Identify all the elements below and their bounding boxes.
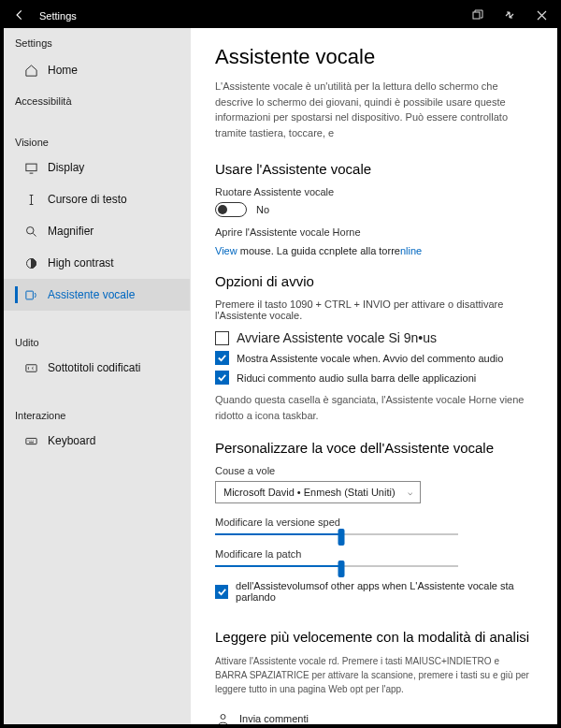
minimize-description: Quando questa casella è sganciata, l'Ass…	[215, 392, 533, 423]
checkbox-lower-volume[interactable]: dell'Assistevolumsof other apps when L'A…	[215, 580, 533, 603]
section-scan-mode: Leggere più velocemente con la modalità …	[215, 629, 533, 645]
online-link[interactable]: nline	[400, 245, 422, 256]
scan-description: Attivare l'Assistente vocale rd. Premere…	[215, 654, 533, 696]
page-title: Assistente vocale	[215, 45, 533, 69]
sidebar-group-accessibility: Accessibilità	[4, 86, 190, 110]
window-title: Settings	[36, 10, 462, 22]
toggle-label: Ruotare Assistente vocale	[215, 186, 533, 197]
chevron-down-icon: ⌵	[408, 488, 412, 497]
checkbox-show-home[interactable]: Mostra Assistente vocale when. Avvio del…	[215, 351, 533, 365]
main-content: Assistente vocale L'Assistente vocale è …	[191, 28, 557, 724]
sidebar-item-label: Display	[48, 161, 84, 174]
close-button[interactable]	[525, 10, 557, 22]
section-use-narrator: Usare l'Assistente vocale	[215, 161, 533, 177]
sidebar-item-display[interactable]: Display	[4, 152, 190, 183]
voice-select[interactable]: Microsoft David • Enmesh (Stati Uniti) ⌵	[215, 481, 421, 503]
speed-slider-label: Modificare la versione sped	[215, 517, 533, 528]
speed-slider[interactable]	[215, 533, 533, 535]
text-cursor-icon	[23, 192, 38, 207]
feedback-link[interactable]: Invia commenti	[215, 711, 533, 724]
sidebar-item-high-contrast[interactable]: High contrast	[4, 247, 190, 279]
display-icon	[23, 160, 38, 175]
magnifier-icon	[23, 224, 38, 239]
sidebar-item-label: Home	[48, 64, 78, 77]
cc-icon	[23, 360, 38, 375]
svg-point-7	[221, 714, 225, 719]
svg-rect-0	[473, 12, 480, 19]
sidebar-item-label: Magnifier	[48, 225, 94, 238]
narrator-icon	[23, 287, 38, 302]
section-voice: Personalizzare la voce dell'Assistente v…	[215, 440, 533, 456]
maximize-button[interactable]	[494, 9, 525, 22]
section-startup: Opzioni di avvio	[215, 273, 533, 289]
guide-line: View mouse. La guida ccnplete alla torre…	[215, 245, 533, 256]
keyboard-icon	[23, 433, 38, 448]
sidebar-item-label: Sottotitoli codificati	[48, 361, 140, 374]
titlebar: Settings	[4, 4, 557, 28]
sidebar-group-interaction: Interazione	[4, 400, 190, 425]
sidebar: Settings Home Accessibilità Visione Disp…	[4, 28, 191, 724]
page-description: L'Assistente vocale è un'utilità per la …	[215, 79, 533, 140]
contrast-icon	[23, 255, 38, 270]
open-home-label: Aprire l'Assistente vocale Horne	[215, 226, 533, 238]
sidebar-item-home[interactable]: Home	[4, 54, 190, 86]
sidebar-item-label: High contrast	[48, 256, 114, 269]
sidebar-item-subtitles[interactable]: Sottotitoli codificati	[4, 352, 190, 384]
pitch-slider[interactable]	[215, 565, 533, 567]
sidebar-item-magnifier[interactable]: Magnifier	[4, 215, 190, 247]
svg-rect-5	[25, 364, 36, 371]
sidebar-item-text-cursor[interactable]: Cursore di testo	[4, 183, 190, 215]
sidebar-item-narrator[interactable]: Assistente vocale	[4, 279, 190, 311]
back-button[interactable]	[4, 8, 36, 23]
checkbox-icon	[215, 351, 229, 365]
restore-small-button[interactable]	[462, 9, 494, 22]
narrator-toggle[interactable]	[215, 202, 247, 217]
app-title: Settings	[4, 28, 190, 54]
svg-rect-4	[25, 291, 33, 299]
sidebar-item-label: Assistente vocale	[48, 288, 135, 301]
feedback-icon	[215, 711, 230, 724]
sidebar-item-label: Keyboard	[48, 434, 95, 447]
home-icon	[23, 63, 38, 78]
svg-rect-6	[25, 438, 36, 444]
toggle-state: No	[256, 204, 269, 215]
voice-select-label: Couse a vole	[215, 465, 533, 476]
svg-rect-1	[25, 164, 36, 171]
voice-select-value: Microsoft David • Enmesh (Stati Uniti)	[223, 487, 396, 498]
svg-point-2	[26, 226, 34, 234]
sidebar-group-vision: Visione	[4, 127, 190, 152]
startup-hint: Premere il tasto 1090 + CTRL + INVIO per…	[215, 298, 533, 321]
view-link[interactable]: View	[215, 245, 237, 256]
checkbox-icon	[215, 331, 229, 345]
checkbox-minimize-tray[interactable]: Riduci commento audio sulla barra delle …	[215, 371, 533, 385]
sidebar-item-label: Cursore di testo	[48, 193, 127, 206]
pitch-slider-label: Modificare la patch	[215, 548, 533, 560]
checkbox-start-after-signin[interactable]: Avviare Assistente vocale Si 9n•us	[215, 330, 533, 345]
sidebar-item-keyboard[interactable]: Keyboard	[4, 425, 190, 457]
checkbox-icon	[215, 371, 229, 385]
checkbox-icon	[215, 585, 228, 599]
sidebar-group-hearing: Udito	[4, 328, 190, 352]
